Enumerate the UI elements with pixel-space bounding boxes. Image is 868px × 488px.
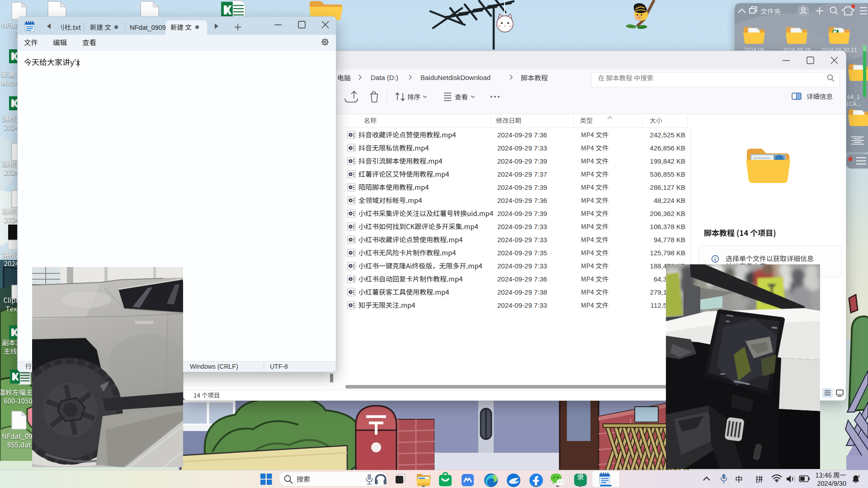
svg-text:2024-09-29 7:33: 2024-09-29 7:33 [497, 262, 547, 270]
svg-text:2024/9/30: 2024/9/30 [817, 480, 846, 487]
svg-text:UTF-8: UTF-8 [270, 363, 288, 370]
svg-text:2024-09-29 7:33: 2024-09-29 7:33 [497, 301, 547, 309]
svg-text:94,778 KB: 94,778 KB [654, 236, 685, 244]
svg-text:BaiduNetdiskDownload: BaiduNetdiskDownload [420, 74, 491, 81]
svg-text:z: z [858, 474, 860, 478]
svg-text:2024-09-29 7:33: 2024-09-29 7:33 [497, 223, 547, 230]
svg-text:2024-09-29 7:35: 2024-09-29 7:35 [497, 249, 547, 257]
svg-text:2024-09-29 7:39: 2024-09-29 7:39 [497, 210, 547, 217]
svg-text:2024-09-29 7:37: 2024-09-29 7:37 [497, 170, 547, 178]
svg-text:2024-09-29 7:39: 2024-09-29 7:39 [497, 183, 547, 191]
svg-text:242,525 KB: 242,525 KB [650, 131, 685, 139]
svg-text:2024-09-29 7:39: 2024-09-29 7:39 [497, 157, 547, 165]
svg-text:NFdat_0909: NFdat_0909 [130, 24, 166, 31]
svg-text:125,798 KB: 125,798 KB [650, 249, 685, 257]
svg-text:48,224 KB: 48,224 KB [654, 197, 685, 204]
svg-text:Windows (CRLF): Windows (CRLF) [190, 363, 238, 370]
svg-text:2024-09-29 7:36: 2024-09-29 7:36 [497, 131, 547, 139]
svg-text:426,856 KB: 426,856 KB [650, 144, 685, 152]
svg-text:286,127 KB: 286,127 KB [650, 183, 685, 191]
svg-text:2024-09-29 7:36: 2024-09-29 7:36 [497, 275, 547, 283]
svg-text:Data (D:): Data (D:) [371, 74, 398, 81]
svg-text:199,842 KB: 199,842 KB [650, 157, 685, 165]
svg-text:2024-09-29 7:33: 2024-09-29 7:33 [497, 236, 547, 244]
svg-text:2024-09-29 7:36: 2024-09-29 7:36 [497, 197, 547, 204]
svg-text:206,362 KB: 206,362 KB [650, 210, 685, 217]
svg-text:2024-09-29 7:38: 2024-09-29 7:38 [497, 288, 547, 296]
svg-text:536,855 KB: 536,855 KB [650, 170, 685, 178]
svg-text:2024-09-29 7:33: 2024-09-29 7:33 [497, 144, 547, 152]
svg-text:106,378 KB: 106,378 KB [650, 223, 685, 230]
